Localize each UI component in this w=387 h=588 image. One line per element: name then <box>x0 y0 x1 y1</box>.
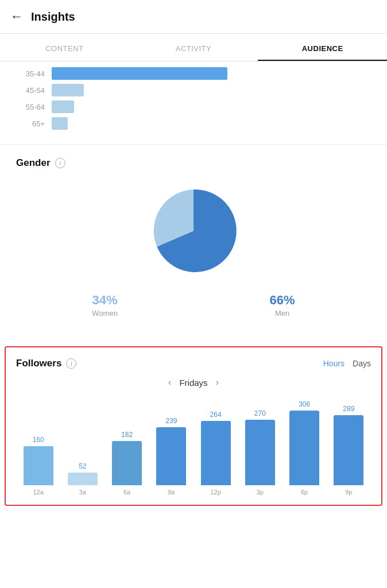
followers-title: Followers <box>16 358 61 369</box>
bar-time-label: 6a <box>123 489 130 496</box>
bar-column: 264 12p <box>194 411 238 496</box>
age-bar-wrap <box>52 84 371 96</box>
gender-section: Gender i 34% Women 66% Men <box>0 145 387 338</box>
pie-chart <box>142 179 245 283</box>
bar-time-label: 12a <box>33 489 43 496</box>
view-toggle: Hours Days <box>323 359 371 368</box>
women-percentage: 34% <box>92 293 118 308</box>
women-label: Women <box>92 309 118 318</box>
age-row: 45-54 <box>16 84 371 96</box>
bar-column: 52 3a <box>60 462 105 496</box>
bar-rect <box>201 421 231 485</box>
age-bar <box>52 100 74 113</box>
bar-rect <box>112 441 142 485</box>
age-bar <box>52 67 227 80</box>
age-label: 35-44 <box>16 69 45 78</box>
age-label: 65+ <box>16 119 45 128</box>
next-day-button[interactable]: › <box>216 377 219 388</box>
bar-time-label: 3a <box>79 489 86 496</box>
women-stat: 34% Women <box>92 293 118 318</box>
bar-time-label: 6p <box>301 489 308 496</box>
bar-rect <box>156 427 186 485</box>
men-label: Men <box>270 309 295 318</box>
bar-time-label: 3p <box>257 489 264 496</box>
men-stat: 66% Men <box>270 293 295 318</box>
bar-rect <box>289 411 319 485</box>
age-section: 35-44 45-54 55-64 65+ <box>0 61 387 144</box>
days-toggle[interactable]: Days <box>353 359 371 368</box>
bar-value: 306 <box>299 400 310 408</box>
bar-column: 239 9a <box>149 417 194 496</box>
men-percentage: 66% <box>270 293 295 308</box>
age-label: 55-64 <box>16 103 45 111</box>
followers-info-icon[interactable]: i <box>66 358 76 369</box>
page-title: Insights <box>31 10 75 24</box>
bar-value: 52 <box>79 462 86 470</box>
bar-column: 270 3p <box>238 409 282 496</box>
age-bar-wrap <box>52 100 371 113</box>
gender-info-icon[interactable]: i <box>55 158 65 168</box>
bar-value: 289 <box>343 405 354 413</box>
prev-day-button[interactable]: ‹ <box>168 377 171 388</box>
bar-column: 182 6a <box>105 431 149 496</box>
age-bar-wrap <box>52 67 371 80</box>
header: ← Insights <box>0 0 387 34</box>
day-label: Fridays <box>179 378 207 388</box>
bar-value: 182 <box>121 431 133 439</box>
age-row: 55-64 <box>16 100 371 113</box>
bar-rect <box>68 473 98 485</box>
age-label: 45-54 <box>16 86 45 95</box>
followers-bar-chart: 160 12a 52 3a 182 6a 239 9a 264 12p 270 … <box>16 398 371 496</box>
bar-rect <box>245 420 275 485</box>
bar-value: 239 <box>165 417 177 425</box>
age-row: 35-44 <box>16 67 371 80</box>
age-bar <box>52 84 84 96</box>
gender-labels: 34% Women 66% Men <box>16 293 371 318</box>
age-bar-wrap <box>52 117 371 130</box>
gender-title: Gender i <box>16 157 371 169</box>
day-navigation: ‹ Fridays › <box>16 377 371 388</box>
hours-toggle[interactable]: Hours <box>323 359 345 368</box>
age-bar <box>52 117 68 130</box>
bar-column: 160 12a <box>16 436 60 496</box>
back-button[interactable]: ← <box>10 9 23 24</box>
bar-rect <box>334 415 363 485</box>
tab-audience[interactable]: AUDIENCE <box>258 34 387 61</box>
tab-bar: CONTENT ACTIVITY AUDIENCE <box>0 34 387 61</box>
followers-header: Followers i Hours Days <box>16 358 371 369</box>
bar-value: 270 <box>254 409 266 417</box>
bar-rect <box>24 446 53 485</box>
bar-value: 160 <box>33 436 44 444</box>
pie-chart-container: 34% Women 66% Men <box>16 179 371 318</box>
followers-section: Followers i Hours Days ‹ Fridays › 160 1… <box>5 346 382 506</box>
bar-time-label: 9p <box>345 489 352 496</box>
tab-activity[interactable]: ACTIVITY <box>129 34 258 61</box>
bar-column: 306 6p <box>282 400 327 496</box>
bar-time-label: 12p <box>210 489 220 496</box>
tab-content[interactable]: CONTENT <box>0 34 129 61</box>
bar-value: 264 <box>210 411 222 419</box>
age-row: 65+ <box>16 117 371 130</box>
bar-time-label: 9a <box>168 489 175 496</box>
bar-column: 289 9p <box>327 405 371 496</box>
